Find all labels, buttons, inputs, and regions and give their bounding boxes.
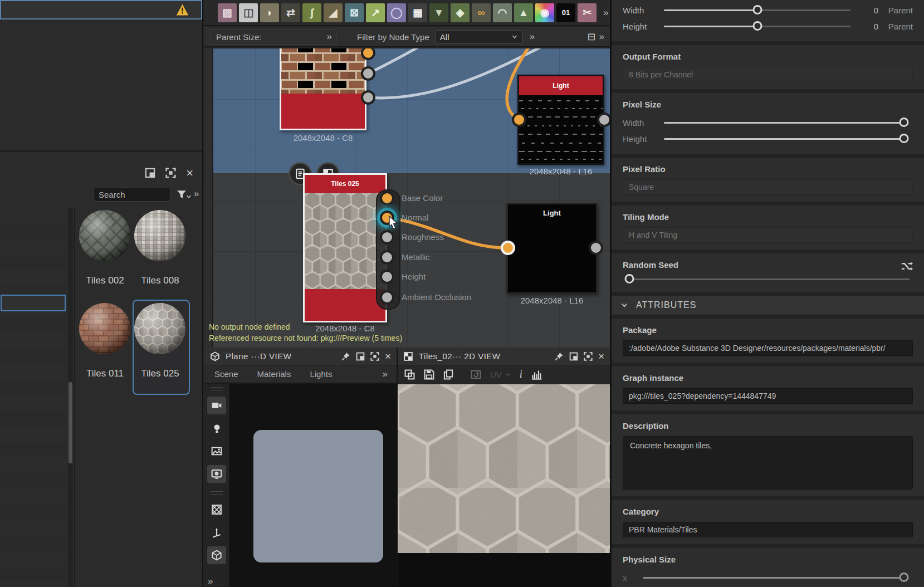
hsl-node-icon[interactable]: ◉ (535, 3, 554, 22)
close-panel-icon[interactable]: × (598, 351, 604, 361)
library-scrollbar[interactable] (68, 208, 73, 587)
width-value[interactable]: 0 (859, 6, 878, 15)
light-tool-button[interactable] (207, 419, 226, 437)
filter-node-type-dropdown[interactable]: All (435, 30, 523, 43)
transform-node-icon[interactable]: ↗ (366, 3, 385, 22)
close-panel-icon[interactable]: × (186, 168, 193, 178)
maximize-panel-icon[interactable] (370, 352, 379, 361)
wireframe-view-button[interactable] (207, 501, 226, 518)
filter-chevron-icon[interactable] (185, 193, 192, 200)
maximize-panel-icon[interactable] (165, 168, 176, 178)
tile-sampler-node-icon[interactable]: ▦ (408, 3, 427, 22)
gradient-node-icon[interactable]: ▼ (429, 3, 448, 22)
pixel-height-slider[interactable] (664, 138, 904, 140)
random-seed-knob[interactable] (625, 274, 634, 283)
light-bottom-output-port[interactable] (589, 241, 603, 255)
search-overflow-button[interactable]: » (194, 188, 198, 199)
bitmap-node-icon[interactable]: 01 (556, 3, 575, 22)
attributes-header[interactable]: ATTRIBUTES (612, 296, 924, 315)
close-panel-icon[interactable]: × (385, 351, 391, 361)
tiles-port-roughness[interactable] (380, 230, 394, 244)
camera-tool-button[interactable] (207, 397, 226, 414)
library-item-tiles-002[interactable]: Tiles 002 (79, 209, 131, 286)
tab-materials[interactable]: Materials (257, 369, 291, 379)
scrollbar-thumb[interactable] (69, 382, 72, 463)
text-node-icon[interactable]: ◫ (239, 3, 258, 22)
info-icon[interactable]: i (520, 369, 522, 380)
category-field[interactable]: PBR Materials/Tiles (623, 522, 913, 537)
shuffle-node-icon[interactable]: ⇄ (281, 3, 300, 22)
height-slider-knob[interactable] (752, 21, 762, 31)
view-3d-viewport[interactable] (231, 384, 397, 587)
pixel-width-knob[interactable] (899, 118, 909, 127)
description-field[interactable]: Concrete hexagon tiles, (623, 436, 913, 490)
library-folder-strip[interactable] (0, 208, 67, 587)
shape-node-icon[interactable]: ◯ (387, 3, 406, 22)
scatter-node-icon[interactable]: ◈ (451, 3, 470, 22)
tab-lights[interactable]: Lights (310, 369, 332, 379)
shuffle-seed-icon[interactable] (901, 260, 913, 272)
normal-node-icon[interactable]: ◠ (493, 3, 512, 22)
graph-instance-field[interactable]: pkg:///tiles_025?dependency=1444847749 (623, 388, 913, 404)
image-node-icon[interactable]: ▨ (218, 3, 237, 22)
random-seed-slider[interactable] (626, 278, 910, 280)
tiles-port-normal[interactable] (380, 211, 394, 225)
tiles-port-height[interactable] (380, 270, 394, 284)
width-mode[interactable]: Parent (878, 6, 913, 15)
graph-canvas[interactable]: 2048x2048 - C8 Light 2048x2048 - L16 (204, 48, 610, 348)
tiles-port-base-color[interactable] (380, 191, 394, 206)
dock-panel-icon[interactable] (569, 352, 578, 361)
width-slider-knob[interactable] (752, 5, 762, 14)
height-mode[interactable]: Parent (878, 22, 913, 31)
folder-selected-row[interactable] (1, 295, 66, 311)
height-value[interactable]: 0 (859, 22, 878, 31)
toolbar-overflow-button[interactable]: » (603, 7, 607, 18)
pixel-width-slider[interactable] (664, 122, 904, 124)
maximize-panel-icon[interactable] (584, 352, 593, 361)
brick-output-port-3[interactable] (361, 90, 375, 105)
light-top-output-port[interactable] (597, 112, 610, 127)
pixel-processor-node-icon[interactable]: ✂ (578, 3, 597, 22)
dock-panel-icon[interactable] (356, 352, 365, 361)
light-bottom-input-port[interactable] (501, 241, 515, 255)
toolbar-grip[interactable] (211, 387, 223, 390)
pin-icon[interactable] (341, 352, 350, 361)
copy-icon[interactable] (443, 369, 454, 380)
explorer-selected-row[interactable] (0, 0, 202, 19)
graph-toolbar-overflow[interactable]: » (599, 31, 603, 42)
dock-panel-icon[interactable] (145, 168, 155, 178)
warp-node-icon[interactable]: ⊠ (345, 3, 364, 22)
library-item-tiles-025[interactable]: Tiles 025 (134, 302, 187, 379)
filter-overflow[interactable]: » (530, 31, 534, 42)
tabs-overflow[interactable]: » (383, 369, 387, 380)
physical-x-slider[interactable] (643, 577, 904, 579)
histogram-icon[interactable] (531, 369, 542, 380)
dot-node-icon[interactable]: ∞ (472, 3, 491, 22)
pin-icon[interactable] (555, 352, 564, 361)
library-splitter[interactable] (74, 208, 75, 587)
graph-tools-icon[interactable]: ⊟ (587, 31, 595, 43)
library-item-tiles-008[interactable]: Tiles 008 (134, 209, 187, 286)
view-3d-header[interactable]: Plane ···D VIEW × (204, 348, 397, 365)
parent-size-overflow[interactable]: » (327, 31, 331, 42)
tiles-port-metallic[interactable] (380, 250, 394, 265)
library-item-tiles-011[interactable]: Tiles 011 (79, 302, 131, 379)
tab-scene[interactable]: Scene (214, 369, 238, 379)
display-options-icon[interactable] (404, 369, 415, 380)
axes-view-button[interactable] (207, 524, 226, 541)
height-slider[interactable] (664, 26, 850, 27)
curve-node-icon[interactable]: ∫ (302, 3, 321, 22)
search-input[interactable] (94, 188, 170, 202)
physical-x-knob[interactable] (899, 573, 909, 582)
brick-output-port-2[interactable] (361, 66, 375, 81)
pixel-height-knob[interactable] (899, 134, 909, 143)
directional-blur-node-icon[interactable]: ◢ (324, 3, 343, 22)
blend-node-icon[interactable]: ◗ (260, 3, 279, 22)
view-2d-header[interactable]: Tiles_02··· 2D VIEW × (398, 348, 610, 365)
display-settings-button[interactable] (207, 465, 226, 483)
histogram-node-icon[interactable]: ▲ (514, 3, 533, 22)
geometry-select-button[interactable] (207, 546, 226, 564)
package-field[interactable]: :/adobe/Adobe Substance 3D Designer/reso… (623, 340, 913, 356)
save-icon[interactable] (424, 369, 434, 380)
width-slider[interactable] (664, 9, 850, 11)
